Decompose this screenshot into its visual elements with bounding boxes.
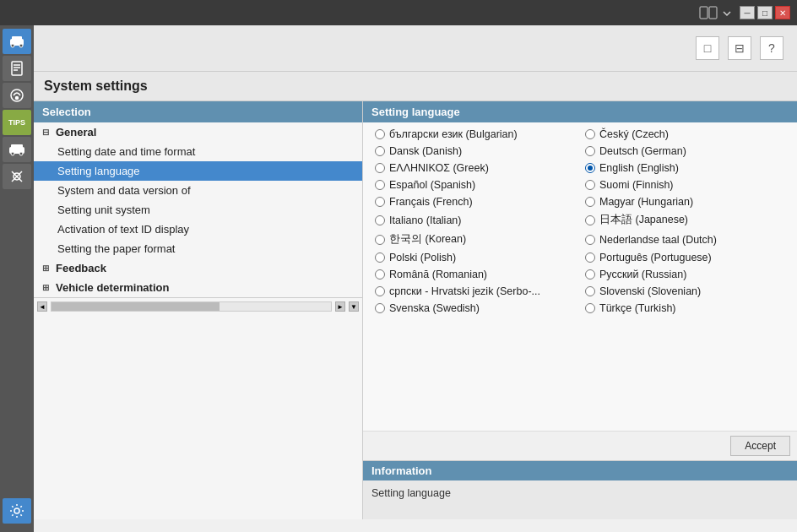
radio-hu[interactable]: [585, 197, 595, 207]
radio-sr[interactable]: [375, 286, 385, 296]
radio-ro[interactable]: [375, 269, 385, 280]
scroll-down-btn[interactable]: ▼: [349, 301, 359, 312]
tree-item-date-time[interactable]: Setting date and time format: [34, 142, 362, 161]
lang-label-pt: Português (Portuguese): [599, 252, 712, 263]
tree-item-general[interactable]: ⊟ General: [34, 122, 362, 142]
tree-label-date-time: Setting date and time format: [57, 145, 195, 158]
lang-sr[interactable]: српски - Hrvatski jezik (Serbo-...: [370, 283, 580, 300]
lang-hu[interactable]: Magyar (Hungarian): [580, 193, 790, 210]
h-scrollbar-track[interactable]: [51, 301, 332, 312]
lang-pl[interactable]: Polski (Polish): [370, 249, 580, 266]
radio-ko[interactable]: [375, 235, 385, 245]
lang-nl[interactable]: Nederlandse taal (Dutch): [580, 230, 790, 249]
print-icon[interactable]: ⊟: [728, 36, 751, 60]
radio-bg[interactable]: [375, 129, 385, 139]
radio-sv[interactable]: [375, 303, 385, 313]
print-preview-icon[interactable]: □: [696, 36, 719, 60]
window-controls: ─ □ ✕: [740, 6, 790, 19]
accept-button[interactable]: Accept: [730, 436, 790, 456]
lang-ko[interactable]: 한국의 (Korean): [370, 230, 580, 249]
radio-ja[interactable]: [585, 215, 595, 225]
sidebar-icon-tool[interactable]: [3, 164, 31, 189]
tree-item-language[interactable]: Setting language: [34, 161, 362, 181]
tree-item-feedback[interactable]: ⊞ Feedback: [34, 258, 362, 278]
lang-da[interactable]: Dansk (Danish): [370, 143, 580, 160]
maximize-button[interactable]: □: [757, 6, 773, 19]
top-bar: ─ □ ✕: [0, 0, 797, 25]
radio-pl[interactable]: [375, 252, 385, 263]
lang-tr[interactable]: Türkçe (Turkish): [580, 300, 790, 317]
lang-label-da: Dansk (Danish): [389, 145, 462, 157]
lang-label-ru: Русский (Russian): [599, 269, 686, 280]
radio-es[interactable]: [375, 180, 385, 190]
tree-label-language: Setting language: [57, 165, 140, 177]
lang-ru[interactable]: Русский (Russian): [580, 266, 790, 283]
lang-label-sr: српски - Hrvatski jezik (Serbo-...: [389, 285, 540, 297]
svg-point-17: [14, 508, 19, 513]
sidebar-icon-diagnostic[interactable]: [3, 83, 31, 108]
radio-de[interactable]: [585, 146, 595, 156]
lang-el[interactable]: ΕΛΛΗΝΙΚΟΣ (Greek): [370, 160, 580, 176]
svg-point-3: [19, 44, 23, 47]
tree-item-vehicle[interactable]: ⊞ Vehicle determination: [34, 278, 362, 297]
lang-label-ro: Română (Romanian): [389, 269, 487, 280]
header-area: □ ⊟ ?: [34, 25, 797, 72]
sidebar-icon-car2[interactable]: [3, 137, 31, 162]
lang-bg[interactable]: български език (Bulgarian): [370, 126, 580, 143]
lang-cs[interactable]: Český (Czech): [580, 126, 790, 143]
lang-label-it: Italiano (Italian): [389, 214, 461, 226]
tree-item-text-id[interactable]: Activation of text ID display: [34, 220, 362, 239]
lang-fr[interactable]: Français (French): [370, 193, 580, 210]
sidebar-icon-settings[interactable]: [3, 498, 31, 524]
lang-en[interactable]: English (English): [580, 160, 790, 176]
radio-en[interactable]: [585, 163, 595, 173]
lang-label-bg: български език (Bulgarian): [389, 128, 518, 140]
sidebar-icon-tips[interactable]: TIPS: [3, 110, 31, 135]
lang-label-nl: Nederlandse taal (Dutch): [599, 234, 717, 246]
scroll-right-btn[interactable]: ►: [335, 301, 345, 312]
help-icon[interactable]: ?: [760, 36, 783, 60]
tree-label-text-id: Activation of text ID display: [57, 223, 189, 236]
content-area: Selection ⊟ General Setting date and tim…: [34, 101, 797, 519]
lang-fi[interactable]: Suomi (Finnish): [580, 176, 790, 193]
info-header: Information: [363, 461, 797, 480]
radio-tr[interactable]: [585, 303, 595, 313]
lang-ja[interactable]: 日本語 (Japanese): [580, 210, 790, 230]
lang-es[interactable]: Español (Spanish): [370, 176, 580, 193]
sidebar-icon-doc[interactable]: [3, 56, 31, 81]
sidebar-icons: TIPS: [0, 25, 34, 532]
selection-panel: Selection ⊟ General Setting date and tim…: [34, 101, 363, 519]
radio-ru[interactable]: [585, 269, 595, 280]
lang-label-sv: Svenska (Swedish): [389, 302, 480, 314]
radio-nl[interactable]: [585, 235, 595, 245]
radio-fi[interactable]: [585, 180, 595, 190]
minimize-button[interactable]: ─: [740, 6, 755, 19]
lang-de[interactable]: Deutsch (German): [580, 143, 790, 160]
radio-sl[interactable]: [585, 286, 595, 296]
lang-label-es: Español (Spanish): [389, 179, 475, 191]
lang-sl[interactable]: Slovenski (Slovenian): [580, 283, 790, 300]
scroll-left-btn[interactable]: ◄: [37, 301, 47, 312]
radio-da[interactable]: [375, 146, 385, 156]
lang-it[interactable]: Italiano (Italian): [370, 210, 580, 230]
close-button[interactable]: ✕: [775, 6, 790, 19]
language-list: български език (Bulgarian) Český (Czech)…: [363, 122, 797, 431]
sidebar-icon-car[interactable]: [3, 29, 31, 54]
radio-pt[interactable]: [585, 252, 595, 263]
lang-label-tr: Türkçe (Turkish): [599, 302, 676, 314]
tree-item-unit-system[interactable]: Setting unit system: [34, 200, 362, 220]
radio-it[interactable]: [375, 215, 385, 225]
svg-rect-11: [11, 144, 23, 149]
lang-sv[interactable]: Svenska (Swedish): [370, 300, 580, 317]
radio-el[interactable]: [375, 163, 385, 173]
tree-label-feedback: Feedback: [56, 262, 106, 274]
lang-pt[interactable]: Português (Portuguese): [580, 249, 790, 266]
radio-fr[interactable]: [375, 197, 385, 207]
lang-ro[interactable]: Română (Romanian): [370, 266, 580, 283]
information-panel: Information Setting language: [363, 460, 797, 519]
lang-label-ja: 日本語 (Japanese): [599, 213, 688, 227]
tree-item-system-version[interactable]: System and data version of: [34, 181, 362, 200]
tree-item-paper-format[interactable]: Setting the paper format: [34, 239, 362, 258]
radio-cs[interactable]: [585, 129, 595, 139]
language-header: Setting language: [363, 101, 797, 122]
